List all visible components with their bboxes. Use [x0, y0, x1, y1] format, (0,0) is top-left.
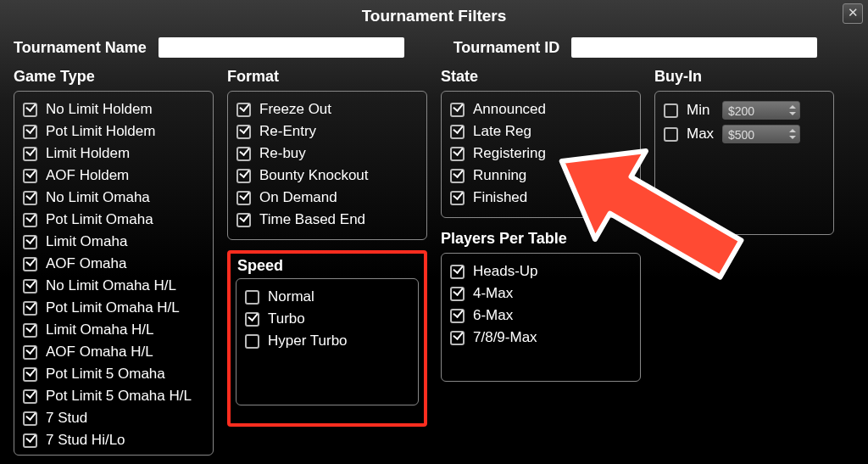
- ppt-label: Heads-Up: [473, 263, 538, 280]
- game-type-checkbox[interactable]: [23, 169, 37, 183]
- game-type-checkbox[interactable]: [23, 323, 37, 338]
- tournament-id-label: Tournament ID: [453, 39, 560, 57]
- format-item[interactable]: Re-Entry: [236, 120, 418, 143]
- format-item[interactable]: On Demand: [236, 187, 418, 209]
- format-item[interactable]: Re-buy: [236, 143, 418, 165]
- game-type-item[interactable]: Pot Limit 5 Omaha: [23, 363, 204, 385]
- game-type-item[interactable]: 7 Stud: [23, 407, 204, 429]
- format-checkbox[interactable]: [236, 213, 251, 227]
- format-item[interactable]: Bounty Knockout: [236, 165, 418, 187]
- game-type-item[interactable]: Pot Limit Holdem: [23, 120, 204, 143]
- ppt-item[interactable]: 4-Max: [450, 282, 632, 305]
- game-type-checkbox[interactable]: [23, 125, 37, 139]
- game-type-checkbox[interactable]: [23, 301, 37, 316]
- ppt-header: Players Per Table: [441, 230, 641, 248]
- buyin-max-label: Max: [687, 126, 714, 143]
- speed-item[interactable]: Hyper Turbo: [245, 330, 409, 352]
- tournament-id-input[interactable]: [571, 37, 817, 58]
- close-button[interactable]: ✕: [843, 3, 863, 24]
- game-type-checkbox[interactable]: [23, 213, 37, 227]
- speed-item[interactable]: Normal: [245, 286, 409, 308]
- ppt-checkbox[interactable]: [450, 331, 465, 345]
- game-type-checkbox[interactable]: [23, 279, 37, 293]
- state-box: AnnouncedLate RegRegisteringRunningFinis…: [441, 91, 641, 218]
- game-type-item[interactable]: No Limit Holdem: [23, 98, 204, 120]
- format-checkbox[interactable]: [236, 147, 251, 161]
- speed-item[interactable]: Turbo: [245, 308, 409, 330]
- game-type-item[interactable]: Pot Limit Omaha: [23, 209, 204, 231]
- game-type-item[interactable]: AOF Holdem: [23, 165, 204, 187]
- game-type-checkbox[interactable]: [23, 367, 37, 382]
- col-game-type: Game Type No Limit HoldemPot Limit Holde…: [14, 64, 214, 456]
- state-item[interactable]: Announced: [450, 98, 632, 120]
- game-type-item[interactable]: No Limit Omaha: [23, 187, 204, 209]
- game-type-item[interactable]: 7 Stud Hi/Lo: [23, 429, 204, 451]
- format-checkbox[interactable]: [236, 169, 251, 183]
- game-type-checkbox[interactable]: [23, 103, 37, 117]
- format-label: Re-buy: [259, 145, 306, 162]
- state-label: Announced: [473, 101, 546, 118]
- game-type-checkbox[interactable]: [23, 345, 37, 360]
- ppt-checkbox[interactable]: [450, 309, 465, 323]
- ppt-item[interactable]: 6-Max: [450, 305, 632, 327]
- ppt-item[interactable]: Heads-Up: [450, 260, 632, 282]
- game-type-label: Limit Omaha H/L: [46, 321, 154, 338]
- format-checkbox[interactable]: [236, 191, 251, 205]
- buyin-min-select[interactable]: $200: [722, 101, 800, 120]
- buyin-min-row[interactable]: Min $200: [664, 98, 825, 122]
- game-type-item[interactable]: AOF Omaha H/L: [23, 341, 204, 363]
- game-type-label: No Limit Omaha: [46, 189, 150, 206]
- ppt-item[interactable]: 7/8/9-Max: [450, 327, 632, 349]
- state-header: State: [441, 68, 641, 86]
- close-icon: ✕: [848, 5, 859, 20]
- game-type-item[interactable]: AOF Omaha: [23, 253, 204, 275]
- buyin-max-row[interactable]: Max $500: [664, 122, 825, 146]
- state-checkbox[interactable]: [450, 147, 465, 161]
- game-type-item[interactable]: Pot Limit Omaha H/L: [23, 297, 204, 319]
- buyin-max-checkbox[interactable]: [664, 127, 678, 142]
- game-type-label: Limit Omaha: [46, 233, 127, 250]
- speed-checkbox[interactable]: [245, 290, 259, 305]
- buyin-max-select[interactable]: $500: [722, 125, 800, 143]
- col-format-speed: Format Freeze OutRe-EntryRe-buyBounty Kn…: [227, 64, 427, 427]
- ppt-checkbox[interactable]: [450, 265, 465, 279]
- tournament-name-input[interactable]: [159, 37, 404, 58]
- game-type-label: Limit Holdem: [46, 145, 130, 162]
- state-item[interactable]: Registering: [450, 143, 632, 165]
- game-type-label: No Limit Omaha H/L: [46, 277, 176, 294]
- state-item[interactable]: Running: [450, 165, 632, 187]
- game-type-item[interactable]: Limit Omaha H/L: [23, 319, 204, 341]
- speed-highlight: Speed NormalTurboHyper Turbo: [227, 250, 427, 427]
- state-checkbox[interactable]: [450, 103, 465, 117]
- state-item[interactable]: Late Reg: [450, 120, 632, 143]
- game-type-checkbox[interactable]: [23, 147, 37, 161]
- speed-checkbox[interactable]: [245, 334, 259, 349]
- game-type-checkbox[interactable]: [23, 191, 37, 205]
- format-item[interactable]: Freeze Out: [236, 98, 418, 120]
- speed-checkbox[interactable]: [245, 312, 259, 327]
- state-checkbox[interactable]: [450, 169, 465, 183]
- game-type-item[interactable]: Pot Limit 5 Omaha H/L: [23, 385, 204, 407]
- game-type-checkbox[interactable]: [23, 411, 37, 426]
- format-label: Time Based End: [259, 211, 365, 228]
- game-type-checkbox[interactable]: [23, 389, 37, 404]
- game-type-item[interactable]: Limit Holdem: [23, 143, 204, 165]
- format-checkbox[interactable]: [236, 125, 251, 139]
- format-checkbox[interactable]: [236, 103, 251, 117]
- ppt-label: 4-Max: [473, 285, 513, 302]
- game-type-checkbox[interactable]: [23, 433, 37, 448]
- state-checkbox[interactable]: [450, 191, 465, 205]
- speed-box: NormalTurboHyper Turbo: [236, 278, 419, 405]
- buyin-min-checkbox[interactable]: [664, 103, 678, 118]
- game-type-item[interactable]: No Limit Omaha H/L: [23, 275, 204, 297]
- game-type-checkbox[interactable]: [23, 257, 37, 271]
- state-item[interactable]: Finished: [450, 187, 632, 209]
- game-type-checkbox[interactable]: [23, 235, 37, 249]
- game-type-item[interactable]: Limit Omaha: [23, 231, 204, 253]
- state-label: Running: [473, 167, 526, 184]
- buyin-box: Min $200 Max $500: [654, 91, 834, 235]
- game-type-header: Game Type: [14, 68, 214, 86]
- state-checkbox[interactable]: [450, 125, 465, 139]
- ppt-checkbox[interactable]: [450, 287, 465, 301]
- format-item[interactable]: Time Based End: [236, 209, 418, 231]
